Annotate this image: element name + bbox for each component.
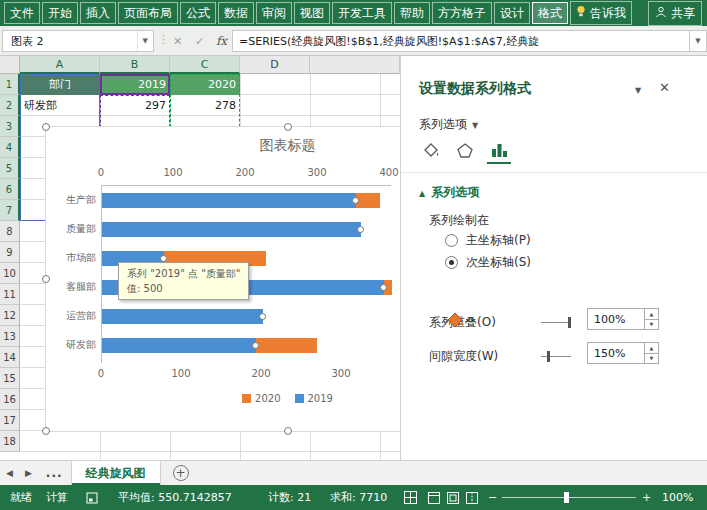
ribbon-tab-开发工具[interactable]: 开发工具 <box>332 2 392 24</box>
primary-axis-radio[interactable]: 主坐标轴(P) <box>445 232 531 249</box>
row-header-4[interactable]: 4 <box>0 137 20 158</box>
ribbon-tab-格式[interactable]: 格式 <box>532 2 568 24</box>
chart-handle-top-left[interactable] <box>42 123 50 131</box>
cell-C2[interactable]: 278 <box>170 95 240 116</box>
row-header-13[interactable]: 13 <box>0 326 20 347</box>
row-header-3[interactable]: 3 <box>0 116 20 137</box>
series-point-handle[interactable] <box>352 197 359 204</box>
row-header-1[interactable]: 1 <box>0 74 20 95</box>
row-header-9[interactable]: 9 <box>0 242 20 263</box>
enter-button[interactable]: ✓ <box>190 35 209 48</box>
chart-handle-bottom-center[interactable] <box>284 427 292 435</box>
formula-bar-expand-button[interactable]: ▼ <box>690 30 707 52</box>
row-header-17[interactable]: 17 <box>0 410 20 431</box>
slider-handle[interactable] <box>547 351 550 362</box>
row-header-15[interactable]: 15 <box>0 368 20 389</box>
ribbon-tab-插入[interactable]: 插入 <box>80 2 116 24</box>
zoom-slider-handle[interactable] <box>564 492 569 503</box>
status-average[interactable]: 平均值: 550.7142857 <box>118 485 232 510</box>
effects-icon[interactable] <box>453 138 477 164</box>
row-header-14[interactable]: 14 <box>0 347 20 368</box>
row-header-11[interactable]: 11 <box>0 284 20 305</box>
secondary-axis-radio[interactable]: 次坐标轴(S) <box>445 254 531 271</box>
ribbon-tab-页面布局[interactable]: 页面布局 <box>118 2 178 24</box>
ribbon-tab-公式[interactable]: 公式 <box>180 2 216 24</box>
cell-C1[interactable]: 2020 <box>170 74 240 95</box>
normal-view-icon[interactable] <box>428 485 440 510</box>
cell-B2[interactable]: 297 <box>100 95 170 116</box>
series-point-handle[interactable] <box>357 226 364 233</box>
gap-width-slider[interactable] <box>541 356 571 357</box>
status-calculate[interactable]: 计算 <box>46 485 68 510</box>
fill-line-icon[interactable] <box>419 138 443 164</box>
cell-A2[interactable]: 研发部 <box>20 95 100 116</box>
ribbon-tab-文件[interactable]: 文件 <box>4 2 40 24</box>
column-header-C[interactable]: C <box>170 56 240 74</box>
chart-handle-top-center[interactable] <box>284 123 292 131</box>
series-options-icon[interactable] <box>487 138 511 164</box>
chart-handle-bottom-left[interactable] <box>42 427 50 435</box>
spin-down-icon[interactable]: ▼ <box>645 354 658 364</box>
spinner-buttons[interactable]: ▲▼ <box>644 309 658 329</box>
row-header-8[interactable]: 8 <box>0 221 20 242</box>
gap-width-input[interactable]: 150% ▲▼ <box>587 342 659 364</box>
page-break-view-icon[interactable] <box>466 485 478 510</box>
ribbon-tab-视图[interactable]: 视图 <box>294 2 330 24</box>
bar-2019-运营部[interactable] <box>102 309 263 324</box>
ribbon-tab-方方格子[interactable]: 方方格子 <box>432 2 492 24</box>
zoom-in-button[interactable]: + <box>642 485 651 510</box>
row-header-5[interactable]: 5 <box>0 158 20 179</box>
ribbon-tab-审阅[interactable]: 审阅 <box>256 2 292 24</box>
zoom-level[interactable]: 100% <box>662 485 693 510</box>
select-all-corner[interactable] <box>0 56 20 74</box>
ribbon-tab-设计[interactable]: 设计 <box>494 2 530 24</box>
spinner-buttons[interactable]: ▲▼ <box>644 343 658 363</box>
bar-2019-生产部[interactable] <box>102 193 356 208</box>
cancel-button[interactable]: ✕ <box>168 35 187 48</box>
ribbon-tab-帮助[interactable]: 帮助 <box>394 2 430 24</box>
legend-item-2020[interactable]: 2020 <box>242 393 280 404</box>
legend-item-2019[interactable]: 2019 <box>295 393 333 404</box>
zoom-slider[interactable] <box>502 497 636 498</box>
bar-2019-质量部[interactable] <box>102 222 361 237</box>
row-header-6[interactable]: 6 <box>0 179 20 200</box>
row-header-16[interactable]: 16 <box>0 389 20 410</box>
close-icon[interactable]: ✕ <box>659 80 670 95</box>
column-header-A[interactable]: A <box>20 56 100 74</box>
tell-me-tab[interactable]: 告诉我 <box>570 1 632 25</box>
status-count[interactable]: 计数: 21 <box>268 485 311 510</box>
cell-A1[interactable]: 部门 <box>20 74 100 95</box>
share-button[interactable]: 共享 <box>648 1 702 26</box>
sheet-nav-left-icon[interactable]: ◀ <box>0 468 19 478</box>
row-header-7[interactable]: 7 <box>0 200 20 221</box>
cell-B1[interactable]: 2019 <box>100 74 170 95</box>
row-header-18[interactable]: 18 <box>0 431 20 452</box>
spin-down-icon[interactable]: ▼ <box>645 320 658 330</box>
series-overlap-input[interactable]: 100% ▲▼ <box>587 308 659 330</box>
macro-record-icon[interactable] <box>86 485 98 510</box>
series-point-handle[interactable] <box>259 313 266 320</box>
series-point-handle[interactable] <box>252 342 259 349</box>
display-settings-icon[interactable] <box>404 485 417 510</box>
sheet-nav-right-icon[interactable]: ▶ <box>19 468 38 478</box>
column-header-D[interactable]: D <box>240 56 310 74</box>
series-options-section[interactable]: ▲系列选项 <box>419 184 479 201</box>
row-header-2[interactable]: 2 <box>0 95 20 116</box>
sheet-tab-active[interactable]: 经典旋风图 <box>71 461 161 485</box>
row-header-10[interactable]: 10 <box>0 263 20 284</box>
bar-2019-研发部[interactable] <box>102 338 256 353</box>
name-box[interactable]: 图表 2 ▼ <box>2 30 154 52</box>
row-header-12[interactable]: 12 <box>0 305 20 326</box>
formula-input[interactable]: =SERIES(经典旋风图!$B$1,经典旋风图!$A$1:$A$7,经典旋 <box>232 30 690 52</box>
column-header-B[interactable]: B <box>100 56 170 74</box>
spin-up-icon[interactable]: ▲ <box>645 343 658 354</box>
page-layout-view-icon[interactable] <box>447 485 459 510</box>
pane-menu-dropdown-icon[interactable]: ▼ <box>635 86 641 95</box>
name-box-dropdown-icon[interactable]: ▼ <box>137 31 153 51</box>
insert-function-button[interactable]: fx <box>212 34 231 48</box>
slider-handle[interactable] <box>568 317 571 328</box>
ribbon-tab-数据[interactable]: 数据 <box>218 2 254 24</box>
sheet-tab-overflow[interactable]: ... <box>38 466 71 480</box>
chart-handle-left-center[interactable] <box>42 275 50 283</box>
add-sheet-button[interactable]: + <box>173 465 189 481</box>
